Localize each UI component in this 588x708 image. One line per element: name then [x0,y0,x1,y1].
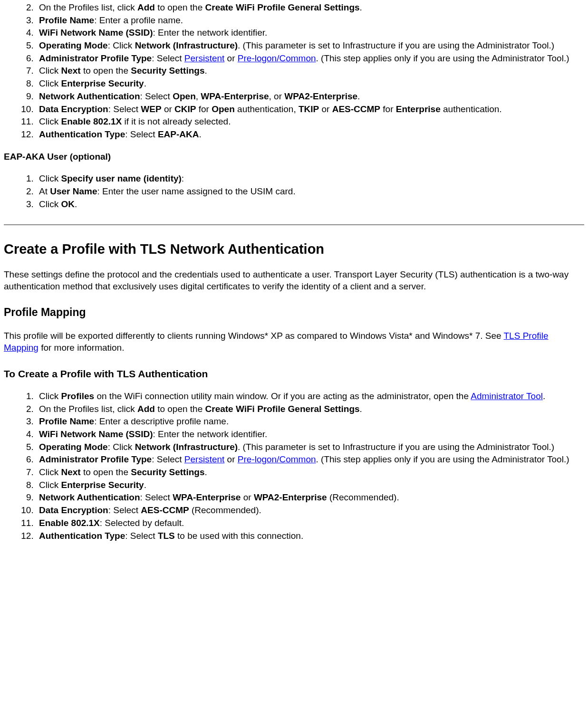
list-item: Click Enterprise Security. [36,78,584,90]
profile-mapping-paragraph: This profile will be exported differentl… [4,330,584,354]
list-item: Click Next to open the Security Settings… [36,65,584,77]
create-tls-profile-heading: To Create a Profile with TLS Authenticat… [4,367,584,380]
list-item: WiFi Network Name (SSID): Enter the netw… [36,27,584,39]
prelogon-common-link[interactable]: Pre-logon/Common [238,454,316,464]
list-item: Data Encryption: Select AES-CCMP (Recomm… [36,505,584,517]
list-item: Profile Name: Enter a descriptive profil… [36,416,584,428]
list-item: Click Next to open the Security Settings… [36,467,584,478]
tls-profile-heading: Create a Profile with TLS Network Authen… [4,240,584,258]
list-item: On the Profiles list, click Add to open … [36,403,584,415]
list-item: Click Specify user name (identity): [36,173,584,185]
divider [4,224,584,225]
persistent-link[interactable]: Persistent [184,53,224,63]
list-item: On the Profiles list, click Add to open … [36,2,584,14]
list-item: Network Authentication: Select WPA-Enter… [36,492,584,504]
list-item: Click Enable 802.1X if it is not already… [36,116,584,128]
tls-description-paragraph: These settings define the protocol and t… [4,269,584,292]
eap-aka-user-steps-list: Click Specify user name (identity): At U… [4,173,584,210]
prelogon-common-link[interactable]: Pre-logon/Common [238,53,316,63]
administrator-tool-link[interactable]: Administrator Tool [471,391,543,401]
list-item: Data Encryption: Select WEP or CKIP for … [36,104,584,115]
list-item: Network Authentication: Select Open, WPA… [36,91,584,103]
list-item: Operating Mode: Click Network (Infrastru… [36,40,584,52]
list-item: Click Enterprise Security. [36,479,584,491]
list-item: Click Profiles on the WiFi connection ut… [36,391,584,402]
list-item: Profile Name: Enter a profile name. [36,15,584,27]
profile-mapping-heading: Profile Mapping [4,306,584,320]
list-item: Authentication Type: Select TLS to be us… [36,530,584,542]
eap-aka-user-heading: EAP-AKA User (optional) [4,151,584,163]
tls-steps-list: Click Profiles on the WiFi connection ut… [4,391,584,542]
list-item: Click OK. [36,199,584,210]
persistent-link[interactable]: Persistent [184,454,224,464]
list-item: Administrator Profile Type: Select Persi… [36,454,584,466]
list-item: Enable 802.1X: Selected by default. [36,517,584,529]
list-item: Administrator Profile Type: Select Persi… [36,53,584,65]
list-item: Operating Mode: Click Network (Infrastru… [36,441,584,453]
list-item: Authentication Type: Select EAP-AKA. [36,129,584,141]
list-item: At User Name: Enter the user name assign… [36,186,584,198]
eap-aka-steps-list: On the Profiles list, click Add to open … [4,2,584,141]
list-item: WiFi Network Name (SSID): Enter the netw… [36,429,584,440]
